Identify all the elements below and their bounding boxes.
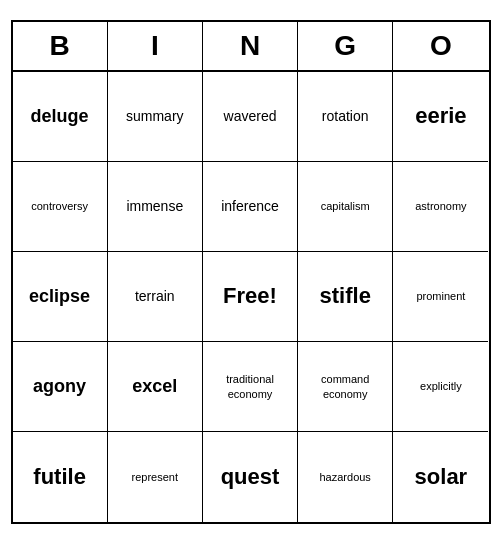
bingo-cell-24: solar — [393, 432, 488, 522]
cell-text-8: capitalism — [321, 199, 370, 213]
bingo-cell-5: controversy — [13, 162, 108, 252]
bingo-cell-10: eclipse — [13, 252, 108, 342]
bingo-cell-15: agony — [13, 342, 108, 432]
cell-text-1: summary — [126, 107, 184, 125]
bingo-cell-1: summary — [108, 72, 203, 162]
cell-text-6: immense — [126, 197, 183, 215]
bingo-cell-6: immense — [108, 162, 203, 252]
bingo-cell-18: command economy — [298, 342, 393, 432]
bingo-cell-8: capitalism — [298, 162, 393, 252]
cell-text-17: traditional economy — [208, 372, 292, 401]
bingo-cell-11: terrain — [108, 252, 203, 342]
cell-text-4: eerie — [415, 102, 466, 131]
cell-text-5: controversy — [31, 199, 88, 213]
cell-text-12: Free! — [223, 282, 277, 311]
cell-text-21: represent — [132, 470, 178, 484]
cell-text-3: rotation — [322, 107, 369, 125]
cell-text-7: inference — [221, 197, 279, 215]
cell-text-2: wavered — [224, 107, 277, 125]
bingo-cell-0: deluge — [13, 72, 108, 162]
bingo-cell-4: eerie — [393, 72, 488, 162]
cell-text-14: prominent — [416, 289, 465, 303]
cell-text-19: explicitly — [420, 379, 462, 393]
cell-text-15: agony — [33, 375, 86, 398]
cell-text-0: deluge — [31, 105, 89, 128]
bingo-cell-2: wavered — [203, 72, 298, 162]
header-letter-n: N — [203, 22, 298, 70]
bingo-cell-9: astronomy — [393, 162, 488, 252]
bingo-grid: delugesummarywaveredrotationeeriecontrov… — [13, 72, 489, 522]
cell-text-10: eclipse — [29, 285, 90, 308]
bingo-cell-13: stifle — [298, 252, 393, 342]
cell-text-16: excel — [132, 375, 177, 398]
header-letter-o: O — [393, 22, 488, 70]
bingo-cell-12: Free! — [203, 252, 298, 342]
bingo-cell-14: prominent — [393, 252, 488, 342]
bingo-cell-19: explicitly — [393, 342, 488, 432]
cell-text-13: stifle — [320, 282, 371, 311]
bingo-cell-17: traditional economy — [203, 342, 298, 432]
cell-text-22: quest — [221, 463, 280, 492]
bingo-cell-16: excel — [108, 342, 203, 432]
cell-text-23: hazardous — [320, 470, 371, 484]
bingo-cell-7: inference — [203, 162, 298, 252]
bingo-cell-20: futile — [13, 432, 108, 522]
bingo-cell-3: rotation — [298, 72, 393, 162]
header-letter-g: G — [298, 22, 393, 70]
cell-text-9: astronomy — [415, 199, 466, 213]
bingo-cell-21: represent — [108, 432, 203, 522]
header-letter-b: B — [13, 22, 108, 70]
cell-text-24: solar — [415, 463, 468, 492]
cell-text-20: futile — [33, 463, 86, 492]
bingo-header: BINGO — [13, 22, 489, 72]
bingo-card: BINGO delugesummarywaveredrotationeeriec… — [11, 20, 491, 524]
bingo-cell-22: quest — [203, 432, 298, 522]
cell-text-11: terrain — [135, 287, 175, 305]
cell-text-18: command economy — [303, 372, 387, 401]
header-letter-i: I — [108, 22, 203, 70]
bingo-cell-23: hazardous — [298, 432, 393, 522]
